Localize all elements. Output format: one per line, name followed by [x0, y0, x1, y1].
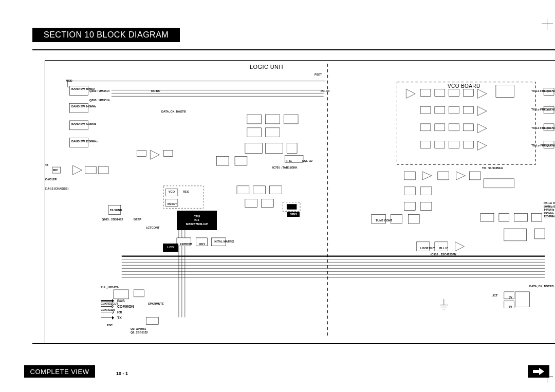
legend-bus-row: BUS [101, 298, 134, 304]
cpu-line3: M30267M0LGP [186, 222, 208, 227]
svg-rect-43 [287, 204, 297, 209]
tiny-dcdc2: DC-DC [321, 89, 330, 92]
svg-rect-99 [515, 292, 530, 307]
svg-rect-88 [484, 179, 514, 188]
svg-rect-37 [266, 128, 280, 137]
tiny-rxlo-1200: 1200MHz BAND [544, 215, 555, 218]
lcd-block: LCD [163, 244, 178, 252]
svg-rect-84 [420, 202, 432, 210]
tiny-q22sb: Q2: 2SB1132 [131, 331, 148, 334]
svg-rect-90 [499, 213, 509, 221]
svg-rect-14 [85, 166, 96, 174]
svg-rect-59 [449, 89, 459, 96]
diagram-inner: LOGIC UNIT RF UNIT VCO BOARD [45, 60, 555, 343]
section-title: SECTION 10 BLOCK DIAGRAM [32, 28, 180, 42]
legend-rx: RX [117, 309, 122, 315]
svg-rect-73 [463, 141, 473, 148]
tiny-rxlo-t: RX-Lo FREQUENCY: [544, 201, 555, 204]
arrow-right-icon [533, 368, 544, 375]
tiny-spkrmute: SPKRMUTE [148, 302, 164, 305]
svg-rect-63 [435, 106, 445, 114]
tiny-td5050: TD : 50-504MHz [482, 166, 503, 170]
tiny-bandsw140: BAND SW 140MHz [71, 105, 96, 108]
svg-rect-39 [266, 143, 283, 154]
tiny-rxlo-430: 430MHz BAND [544, 212, 555, 215]
legend-tx-row: TX [101, 315, 134, 321]
svg-rect-35 [284, 115, 298, 124]
svg-rect-89 [480, 213, 494, 221]
tiny-sqlld: SQL LD [302, 159, 312, 162]
legend-tx: TX [117, 315, 122, 321]
svg-rect-31 [216, 156, 229, 165]
svg-rect-17 [137, 150, 146, 156]
tiny-pset: PSET [314, 73, 322, 76]
tiny-beep: BEEP [134, 218, 141, 221]
svg-rect-44 [237, 186, 249, 194]
svg-rect-65 [463, 106, 473, 114]
svg-rect-47 [245, 199, 257, 208]
tiny-q1xp: Q1: XP3081 [131, 327, 146, 330]
tiny-bandsw430: BAND SW 430MHz [71, 122, 96, 125]
tiny-3v: 3V [509, 296, 512, 299]
svg-rect-61 [496, 85, 514, 98]
svg-rect-94 [534, 229, 545, 239]
page-number: 10 - 1 [116, 371, 128, 376]
tiny-mc1: MC1 : EM-146 [45, 163, 48, 166]
diagram-frame: LOGIC UNIT RF UNIT VCO BOARD [32, 49, 555, 344]
svg-rect-18 [163, 150, 173, 156]
svg-rect-48 [262, 199, 274, 208]
svg-rect-78 [404, 172, 415, 180]
tiny-tdlo50: TD-Lo FREQUENCY: 50MHz BAND [531, 144, 555, 147]
svg-rect-69 [463, 124, 473, 131]
tiny-dcdc: DC-DC [151, 89, 160, 92]
svg-rect-71 [435, 141, 445, 148]
tiny-lcdcont: LCTCONT [146, 226, 159, 229]
tiny-ta-send: TA SEND [110, 209, 122, 212]
sens-block: SENS [287, 212, 300, 217]
tiny-mod: MOD [66, 79, 72, 82]
tiny-bandsw1200: BAND SW 1200MHz [71, 140, 98, 143]
svg-rect-87 [408, 214, 419, 223]
svg-rect-91 [514, 213, 528, 221]
svg-rect-79 [438, 172, 449, 180]
crop-mark-tr [542, 18, 553, 30]
svg-rect-62 [420, 106, 431, 114]
svg-rect-67 [435, 124, 445, 131]
svg-rect-93 [504, 229, 527, 241]
tiny-pllle: PLL_LEDATA [101, 286, 119, 289]
svg-rect-55 [134, 290, 144, 297]
svg-rect-34 [266, 115, 280, 124]
next-page-button[interactable] [528, 365, 549, 378]
svg-rect-58 [435, 89, 445, 96]
tiny-vco: VCO [169, 190, 175, 193]
tiny-rxlo-50: 50MHz BAND [544, 205, 555, 208]
svg-rect-38 [245, 143, 263, 154]
tiny-reset: RESET [168, 202, 177, 206]
legend-rx-row: RX [101, 309, 134, 315]
tiny-tune: TUNE CONT [376, 219, 392, 222]
svg-rect-68 [449, 124, 459, 131]
svg-rect-36 [247, 128, 262, 137]
svg-rect-64 [449, 106, 459, 114]
svg-rect-33 [247, 115, 262, 124]
svg-rect-70 [420, 141, 431, 148]
tiny-dsjpm: DS : JPM1860-0012R [45, 178, 57, 181]
tiny-q303: Q303 : UM3514 [89, 99, 109, 102]
svg-rect-83 [404, 202, 415, 210]
tiny-rxlo: RX-Lo FREQUENCY: 50MHz BAND 144MHz BAND … [544, 201, 555, 218]
complete-view-tab[interactable]: COMPLETE VIEW [24, 365, 95, 378]
svg-rect-57 [420, 89, 431, 96]
svg-rect-86 [391, 214, 402, 223]
svg-rect-46 [269, 186, 282, 194]
tiny-loop: LOOP FILT [420, 247, 435, 250]
cpu-line2: IC1 [194, 218, 199, 222]
svg-rect-45 [253, 186, 266, 194]
tiny-q903: Q903 : 2SB1462 [102, 218, 123, 221]
tiny-txlo1200: TX-Lo FREQUENCY: 1,000MHz BAND [531, 89, 555, 92]
svg-rect-32 [235, 156, 247, 165]
svg-rect-60 [463, 89, 473, 96]
svg-rect-72 [449, 141, 459, 148]
tiny-rxlo-144: 144MHz BAND [544, 208, 555, 211]
legend-common: COMMON [117, 304, 134, 309]
tiny-ific: IF IC [286, 159, 292, 162]
